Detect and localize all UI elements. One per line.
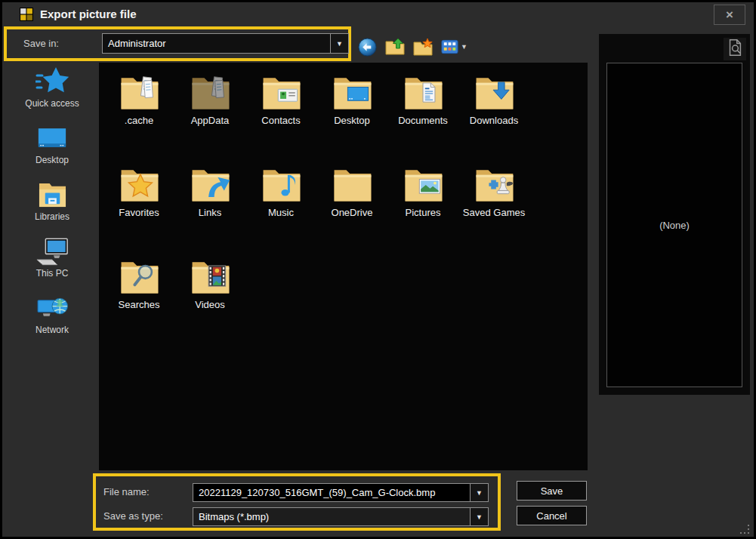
- save-button[interactable]: Save: [517, 481, 587, 500]
- close-button[interactable]: ×: [714, 5, 745, 25]
- file-item-onedrive[interactable]: OneDrive: [316, 161, 387, 253]
- file-item-label: Searches: [119, 299, 160, 310]
- sidebar-item-network[interactable]: Network: [8, 292, 96, 349]
- chevron-down-icon: ▼: [476, 489, 483, 497]
- title-bar: Export picture file ×: [2, 2, 754, 26]
- preview-placeholder: (None): [659, 220, 690, 231]
- sidebar-item-label: Libraries: [35, 211, 69, 222]
- folder-star-icon: [116, 165, 162, 203]
- chevron-down-icon: ▼: [461, 43, 467, 51]
- folder-plain-icon: [329, 165, 375, 203]
- resize-grip[interactable]: [740, 525, 749, 534]
- sidebar-item-desktop[interactable]: Desktop: [8, 122, 96, 179]
- file-item-label: .cache: [125, 115, 153, 126]
- file-item-saved-games[interactable]: Saved Games: [458, 161, 529, 253]
- sidebar-item-libraries[interactable]: Libraries: [8, 179, 96, 236]
- save-in-highlight-box: Save in: Administrator ▼: [4, 26, 351, 61]
- file-item-videos[interactable]: Videos: [174, 253, 245, 345]
- quick-access-star-icon: [35, 66, 69, 97]
- file-item-searches[interactable]: Searches: [103, 253, 174, 345]
- toolbar: ▼: [358, 35, 467, 58]
- file-name-dropdown-button[interactable]: ▼: [470, 484, 488, 501]
- sidebar-item-label: Quick access: [25, 98, 79, 109]
- file-name-combobox[interactable]: ▼: [193, 483, 489, 502]
- sidebar-item-label: Network: [35, 325, 69, 335]
- folder-magnifier-icon: [116, 257, 162, 295]
- file-item-label: Downloads: [470, 115, 518, 126]
- file-name-label: File name:: [103, 486, 150, 497]
- file-item-desktop[interactable]: Desktop: [316, 69, 387, 161]
- folder-up-arrow-icon: [385, 38, 405, 56]
- file-list-area: .cacheAppDataContactsDesktopDocumentsDow…: [99, 63, 588, 470]
- file-item-favorites[interactable]: Favorites: [103, 161, 174, 253]
- file-item-label: OneDrive: [332, 207, 373, 218]
- file-item-cache[interactable]: .cache: [103, 69, 174, 161]
- new-folder-button[interactable]: [413, 38, 433, 56]
- file-item-label: Links: [199, 207, 221, 218]
- folder-new-star-icon: [413, 38, 433, 56]
- back-button[interactable]: [358, 38, 377, 57]
- sidebar-item-this-pc[interactable]: This PC: [8, 236, 96, 292]
- file-item-label: Saved Games: [463, 207, 525, 218]
- file-name-highlight-box: File name: ▼ Save as type: Bitmaps (*.bm…: [93, 473, 501, 531]
- file-item-label: Videos: [195, 299, 225, 310]
- save-as-type-value: Bitmaps (*.bmp): [193, 508, 470, 525]
- folder-contact-card-icon: [258, 73, 304, 111]
- file-list: .cacheAppDataContactsDesktopDocumentsDow…: [103, 69, 529, 345]
- libraries-folder-icon: [35, 179, 69, 211]
- sidebar-item-label: This PC: [36, 268, 69, 279]
- save-as-type-label: Save as type:: [103, 510, 163, 522]
- file-item-label: Favorites: [119, 207, 159, 218]
- file-item-label: AppData: [191, 115, 230, 126]
- preview-button[interactable]: [724, 38, 746, 60]
- file-item-links[interactable]: Links: [174, 161, 245, 253]
- preview-frame: (None): [606, 63, 742, 387]
- file-item-label: Documents: [398, 115, 448, 126]
- file-item-label: Desktop: [334, 115, 370, 126]
- folder-chess-pawn-icon: [471, 165, 517, 203]
- file-item-appdata[interactable]: AppData: [174, 69, 245, 161]
- file-item-label: Music: [268, 207, 294, 218]
- folder-papers-hidden-icon: [187, 73, 233, 111]
- export-picture-dialog: Export picture file × Save in: Administr…: [0, 0, 756, 539]
- file-item-documents[interactable]: Documents: [387, 69, 458, 161]
- folder-link-arrow-icon: [187, 165, 233, 203]
- app-grid-icon: [20, 8, 33, 21]
- sidebar-item-label: Desktop: [35, 155, 69, 165]
- folder-monitor-icon: [329, 73, 375, 111]
- folder-photo-icon: [400, 165, 446, 203]
- close-icon: ×: [726, 8, 733, 23]
- save-in-combobox[interactable]: Administrator ▼: [102, 33, 349, 54]
- file-item-music[interactable]: Music: [245, 161, 316, 253]
- save-as-type-combobox[interactable]: Bitmaps (*.bmp) ▼: [193, 507, 489, 526]
- view-grid-icon: [441, 39, 458, 54]
- window-title: Export picture file: [40, 8, 137, 20]
- desktop-monitor-icon: [35, 122, 69, 154]
- back-arrow-icon: [358, 38, 377, 57]
- cancel-button[interactable]: Cancel: [517, 506, 587, 525]
- file-item-downloads[interactable]: Downloads: [458, 69, 529, 161]
- preview-panel: (None): [599, 34, 750, 395]
- folder-down-arrow-icon: [471, 73, 517, 111]
- chevron-down-icon: ▼: [336, 40, 343, 48]
- file-item-label: Pictures: [406, 207, 441, 218]
- folder-film-icon: [187, 257, 233, 295]
- network-globe-icon: [35, 292, 69, 324]
- file-item-contacts[interactable]: Contacts: [245, 69, 316, 161]
- chevron-down-icon: ▼: [476, 513, 483, 521]
- sidebar-item-quick-access[interactable]: Quick access: [8, 66, 96, 122]
- save-in-value: Administrator: [103, 34, 330, 53]
- save-in-label: Save in:: [23, 38, 59, 49]
- folder-music-note-icon: [258, 165, 304, 203]
- file-item-pictures[interactable]: Pictures: [387, 161, 458, 253]
- computer-icon: [35, 236, 69, 267]
- save-in-dropdown-button[interactable]: ▼: [330, 34, 348, 53]
- view-menu-button[interactable]: ▼: [441, 39, 467, 54]
- folder-papers-icon: [116, 73, 162, 111]
- file-name-input[interactable]: [193, 484, 470, 501]
- preview-magnifier-icon: [726, 38, 744, 60]
- sidebar: Quick accessDesktopLibrariesThis PCNetwo…: [8, 66, 96, 349]
- save-as-type-dropdown-button[interactable]: ▼: [470, 508, 488, 525]
- up-one-level-button[interactable]: [385, 38, 405, 56]
- file-item-label: Contacts: [261, 115, 300, 126]
